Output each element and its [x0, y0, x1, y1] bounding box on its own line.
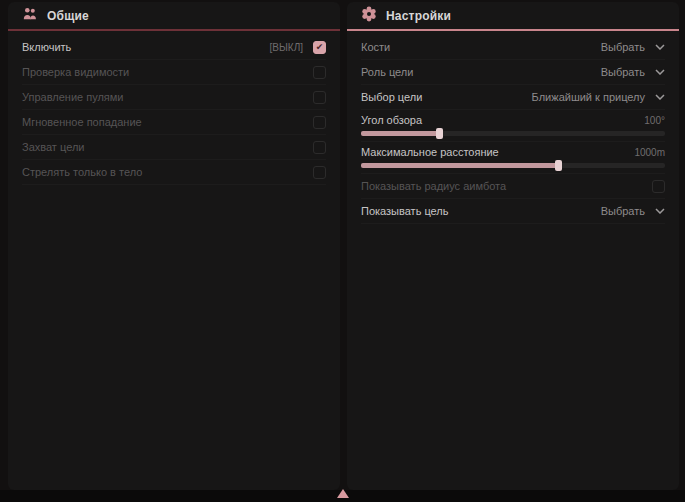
gear-icon [361, 6, 377, 26]
checkbox[interactable] [313, 41, 326, 54]
dropdown-label: Роль цели [361, 66, 413, 78]
general-panel-header: Общие [8, 2, 340, 31]
checkbox[interactable] [313, 166, 326, 179]
show-target-dropdown[interactable]: Выбрать [601, 205, 665, 217]
dropdown-value: Выбрать [601, 205, 645, 217]
slider-thumb[interactable] [436, 128, 443, 139]
users-icon [22, 6, 38, 26]
dropdown-label: Выбор цели [361, 91, 422, 103]
slider-value: 100° [644, 115, 665, 126]
fov-slider[interactable] [361, 131, 665, 136]
slider-label: Максимальное расстояние [361, 146, 499, 158]
settings-panel: Настройки Кости Выбрать Роль цели Выбрат… [347, 2, 679, 490]
dropdown-label: Кости [361, 41, 390, 53]
settings-panel-header: Настройки [347, 2, 679, 31]
slider-thumb[interactable] [555, 160, 562, 171]
bones-dropdown[interactable]: Выбрать [601, 41, 665, 53]
dropdown-row-target-selection: Выбор цели Ближайший к прицелу [361, 85, 665, 110]
panel-title: Настройки [386, 9, 451, 23]
slider-label: Угол обзора [361, 114, 422, 126]
checkbox[interactable] [313, 116, 326, 129]
toggle-label: Мгновенное попадание [22, 116, 142, 128]
toggle-row-visibility-check[interactable]: Проверка видимости [22, 60, 326, 85]
checkbox[interactable] [652, 180, 665, 193]
toggle-label: Управление пулями [22, 91, 124, 103]
panel-title: Общие [47, 9, 89, 23]
dropdown-row-target-role: Роль цели Выбрать [361, 60, 665, 85]
toggle-row-body-only[interactable]: Стрелять только в тело [22, 160, 326, 185]
dropdown-value: Выбрать [601, 66, 645, 78]
slider-row-max-distance: Максимальное расстояние 1000m [361, 142, 665, 174]
chevron-down-icon [655, 44, 665, 50]
dropdown-value: Выбрать [601, 41, 645, 53]
slider-row-fov: Угол обзора 100° [361, 110, 665, 142]
hotkey-badge: [ВЫКЛ] [270, 42, 303, 53]
dropdown-row-bones: Кости Выбрать [361, 35, 665, 60]
toggle-row-bullet-control[interactable]: Управление пулями [22, 85, 326, 110]
dropdown-row-show-target: Показывать цель Выбрать [361, 199, 665, 224]
checkbox[interactable] [313, 91, 326, 104]
dropdown-value: Ближайший к прицелу [532, 91, 645, 103]
chevron-down-icon [655, 69, 665, 75]
toggle-label: Проверка видимости [22, 66, 129, 78]
toggle-row-target-lock[interactable]: Захват цели [22, 135, 326, 160]
toggle-row-instant-hit[interactable]: Мгновенное попадание [22, 110, 326, 135]
toggle-label: Показывать радиус аимбота [361, 180, 506, 192]
toggle-row-enable[interactable]: Включить [ВЫКЛ] [22, 35, 326, 60]
general-panel: Общие Включить [ВЫКЛ] Проверка видимости… [8, 2, 340, 490]
chevron-down-icon [655, 208, 665, 214]
target-selection-dropdown[interactable]: Ближайший к прицелу [532, 91, 665, 103]
chevron-down-icon [655, 94, 665, 100]
checkbox[interactable] [313, 141, 326, 154]
target-role-dropdown[interactable]: Выбрать [601, 66, 665, 78]
cursor-pointer-icon [337, 489, 349, 498]
toggle-row-show-aimbot-radius[interactable]: Показывать радиус аимбота [361, 174, 665, 199]
dropdown-label: Показывать цель [361, 205, 449, 217]
checkbox[interactable] [313, 66, 326, 79]
toggle-label: Включить [22, 41, 71, 53]
max-distance-slider[interactable] [361, 163, 665, 168]
toggle-label: Захват цели [22, 141, 84, 153]
toggle-label: Стрелять только в тело [22, 166, 142, 178]
slider-value: 1000m [634, 147, 665, 158]
